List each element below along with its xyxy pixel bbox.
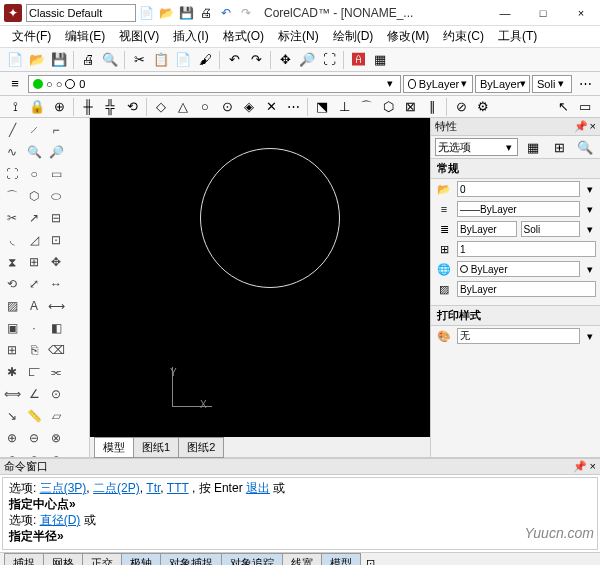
- snap-int[interactable]: ✕: [261, 97, 281, 117]
- status-snap[interactable]: 捕捉: [4, 553, 44, 565]
- snap-2[interactable]: 🔒: [27, 97, 47, 117]
- prop-color[interactable]: ByLayer: [457, 261, 580, 277]
- break-tool[interactable]: ⊟: [46, 208, 66, 228]
- snap-none[interactable]: ⊘: [451, 97, 471, 117]
- tool-b[interactable]: ⊖: [24, 428, 44, 448]
- layer-manager-button[interactable]: ≡: [5, 74, 25, 94]
- snap-3[interactable]: ⊕: [49, 97, 69, 117]
- cmd-link-ttr[interactable]: Ttr: [146, 481, 160, 495]
- props-icon-2[interactable]: ⊞: [549, 137, 569, 157]
- scale-tool[interactable]: ⤢: [24, 274, 44, 294]
- status-ortho[interactable]: 正交: [82, 553, 122, 565]
- menu-format[interactable]: 格式(O): [219, 26, 268, 47]
- drawing-canvas[interactable]: YX: [90, 118, 430, 437]
- line-tool[interactable]: ╱: [2, 120, 22, 140]
- tab-model[interactable]: 模型: [94, 437, 134, 458]
- zoom-out-tool[interactable]: 🔎: [46, 142, 66, 162]
- properties-button[interactable]: 🅰: [348, 50, 368, 70]
- snap-tan[interactable]: ⌒: [356, 97, 376, 117]
- leader-tool[interactable]: ↘: [2, 406, 22, 426]
- hatch-tool[interactable]: ▨: [2, 296, 22, 316]
- prop-layer[interactable]: 0: [457, 181, 580, 197]
- explode-tool[interactable]: ✱: [2, 362, 22, 382]
- save-icon[interactable]: 💾: [178, 5, 194, 21]
- tool-a[interactable]: ⊕: [2, 428, 22, 448]
- tool-e[interactable]: ◑: [24, 450, 44, 457]
- ellipse-tool[interactable]: ⬭: [46, 186, 66, 206]
- status-osnap[interactable]: 对象捕捉: [160, 553, 222, 565]
- zoom-in-tool[interactable]: 🔍: [24, 142, 44, 162]
- point-tool[interactable]: ·: [24, 318, 44, 338]
- dim-angular[interactable]: ∠: [24, 384, 44, 404]
- open-button[interactable]: 📂: [27, 50, 47, 70]
- region-tool[interactable]: ◧: [46, 318, 66, 338]
- stretch-tool[interactable]: ↔: [46, 274, 66, 294]
- panel-pin-icon[interactable]: 📌: [574, 120, 588, 133]
- text-tool[interactable]: A: [24, 296, 44, 316]
- snap-near[interactable]: ⬡: [378, 97, 398, 117]
- color-dropdown[interactable]: ByLayer ▾: [403, 75, 473, 93]
- trim-tool[interactable]: ✂: [2, 208, 22, 228]
- tab-sheet1[interactable]: 图纸1: [133, 437, 179, 458]
- pan-button[interactable]: ✥: [275, 50, 295, 70]
- layer-extra-button[interactable]: ⋯: [575, 74, 595, 94]
- prop-lineweight[interactable]: ByLayer: [457, 221, 517, 237]
- cut-button[interactable]: ✂: [129, 50, 149, 70]
- new-icon[interactable]: 📄: [138, 5, 154, 21]
- linestyle-dropdown[interactable]: Soli▾: [532, 75, 572, 93]
- save-button[interactable]: 💾: [49, 50, 69, 70]
- menu-insert[interactable]: 插入(I): [169, 26, 212, 47]
- preview-button[interactable]: 🔍: [100, 50, 120, 70]
- status-polar[interactable]: 极轴: [121, 553, 161, 565]
- rotate-tool[interactable]: ⟲: [2, 274, 22, 294]
- close-button[interactable]: ×: [566, 3, 596, 23]
- print-icon[interactable]: 🖨: [198, 5, 214, 21]
- cmd-link-diameter[interactable]: 直径(D): [40, 513, 81, 527]
- menu-edit[interactable]: 编辑(E): [61, 26, 109, 47]
- menu-modify[interactable]: 修改(M): [383, 26, 433, 47]
- polyline-tool[interactable]: ⌐: [46, 120, 66, 140]
- menu-tools[interactable]: 工具(T): [494, 26, 541, 47]
- dim-linear[interactable]: ⟺: [2, 384, 22, 404]
- snap-ins[interactable]: ⬔: [312, 97, 332, 117]
- match-button[interactable]: 🖌: [195, 50, 215, 70]
- tool-d[interactable]: ◐: [2, 450, 22, 457]
- snap-settings[interactable]: ⚙: [473, 97, 493, 117]
- status-lweight[interactable]: 线宽: [282, 553, 322, 565]
- chamfer-tool[interactable]: ◿: [24, 230, 44, 250]
- ray-tool[interactable]: ⟋: [24, 120, 44, 140]
- menu-view[interactable]: 视图(V): [115, 26, 163, 47]
- new-button[interactable]: 📄: [5, 50, 25, 70]
- design-center-button[interactable]: ▦: [370, 50, 390, 70]
- paste-button[interactable]: 📄: [173, 50, 193, 70]
- snap-5[interactable]: ╬: [100, 97, 120, 117]
- print-button[interactable]: 🖨: [78, 50, 98, 70]
- quick-select-icon[interactable]: 🔍: [575, 137, 595, 157]
- workspace-dropdown[interactable]: [26, 4, 136, 22]
- tool-f[interactable]: ◒: [46, 450, 66, 457]
- snap-quad[interactable]: ◈: [239, 97, 259, 117]
- maximize-button[interactable]: □: [528, 3, 558, 23]
- status-otrack[interactable]: 对象追踪: [221, 553, 283, 565]
- undo-icon[interactable]: ↶: [218, 5, 234, 21]
- circle-tool[interactable]: ○: [24, 164, 44, 184]
- menu-constraint[interactable]: 约束(C): [439, 26, 488, 47]
- undo-button[interactable]: ↶: [224, 50, 244, 70]
- status-extra-1[interactable]: ⊡: [361, 555, 379, 566]
- rect-tool[interactable]: ▭: [46, 164, 66, 184]
- snap-4[interactable]: ╫: [78, 97, 98, 117]
- extend-tool[interactable]: ↗: [24, 208, 44, 228]
- fillet-tool[interactable]: ◟: [2, 230, 22, 250]
- zoom-button[interactable]: 🔎: [297, 50, 317, 70]
- linetype-dropdown[interactable]: ByLayer▾: [475, 75, 530, 93]
- cmd-link-2p[interactable]: 二点(2P): [93, 481, 140, 495]
- table-tool[interactable]: ⊞: [2, 340, 22, 360]
- status-grid[interactable]: 网格: [43, 553, 83, 565]
- snap-end[interactable]: ◇: [151, 97, 171, 117]
- cmd-link-3p[interactable]: 三点(3P): [40, 481, 87, 495]
- menu-file[interactable]: 文件(F): [8, 26, 55, 47]
- prop-plotstyle[interactable]: 无: [457, 328, 580, 344]
- align-tool[interactable]: ⫍: [24, 362, 44, 382]
- snap-6[interactable]: ⟲: [122, 97, 142, 117]
- select-cursor-icon[interactable]: ↖: [553, 97, 573, 117]
